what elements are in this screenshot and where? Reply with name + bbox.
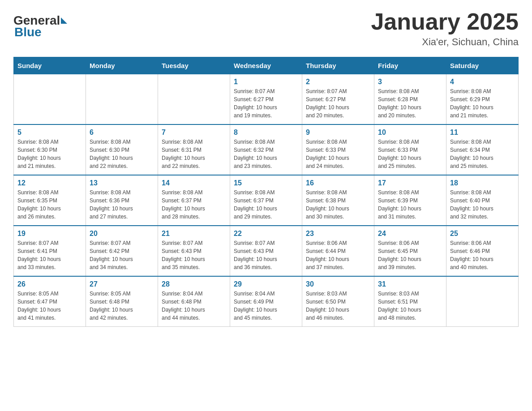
calendar-day-cell: 24Sunrise: 8:06 AM Sunset: 6:45 PM Dayli… [374,226,446,276]
calendar-day-cell: 22Sunrise: 8:07 AM Sunset: 6:43 PM Dayli… [230,226,302,276]
day-info: Sunrise: 8:08 AM Sunset: 6:35 PM Dayligh… [17,188,82,221]
day-of-week-header: Thursday [302,57,374,74]
calendar-week-row: 19Sunrise: 8:07 AM Sunset: 6:41 PM Dayli… [14,226,519,276]
calendar-week-row: 1Sunrise: 8:07 AM Sunset: 6:27 PM Daylig… [14,74,519,125]
day-number: 11 [450,128,515,137]
day-number: 15 [234,179,298,187]
day-info: Sunrise: 8:08 AM Sunset: 6:29 PM Dayligh… [450,87,515,120]
day-number: 9 [306,128,370,137]
day-number: 7 [162,128,226,137]
day-info: Sunrise: 8:06 AM Sunset: 6:46 PM Dayligh… [450,239,515,271]
day-info: Sunrise: 8:04 AM Sunset: 6:48 PM Dayligh… [162,290,226,322]
calendar-day-cell [446,276,519,327]
logo: General Blue [13,9,67,39]
calendar-day-cell: 28Sunrise: 8:04 AM Sunset: 6:48 PM Dayli… [158,276,230,327]
day-info: Sunrise: 8:07 AM Sunset: 6:27 PM Dayligh… [306,87,370,120]
calendar-day-cell: 5Sunrise: 8:08 AM Sunset: 6:30 PM Daylig… [14,124,86,175]
day-info: Sunrise: 8:06 AM Sunset: 6:45 PM Dayligh… [378,239,442,271]
day-number: 17 [378,179,442,187]
day-number: 14 [162,179,226,187]
calendar-day-cell: 23Sunrise: 8:06 AM Sunset: 6:44 PM Dayli… [302,226,374,276]
main-title: January 2025 [371,9,519,34]
day-number: 18 [450,179,515,187]
logo-arrow-icon [61,17,67,24]
day-info: Sunrise: 8:08 AM Sunset: 6:38 PM Dayligh… [306,188,370,221]
day-info: Sunrise: 8:08 AM Sunset: 6:31 PM Dayligh… [162,138,226,170]
calendar-week-row: 12Sunrise: 8:08 AM Sunset: 6:35 PM Dayli… [14,175,519,226]
calendar-day-cell: 21Sunrise: 8:07 AM Sunset: 6:43 PM Dayli… [158,226,230,276]
day-of-week-header: Monday [86,57,158,74]
calendar-day-cell: 18Sunrise: 8:08 AM Sunset: 6:40 PM Dayli… [446,175,519,226]
calendar-day-cell: 17Sunrise: 8:08 AM Sunset: 6:39 PM Dayli… [374,175,446,226]
day-number: 20 [90,230,154,238]
calendar-day-cell: 27Sunrise: 8:05 AM Sunset: 6:48 PM Dayli… [86,276,158,327]
calendar-day-cell: 1Sunrise: 8:07 AM Sunset: 6:27 PM Daylig… [230,74,302,125]
day-number: 19 [17,230,82,238]
subtitle: Xia'er, Sichuan, China [371,36,519,48]
day-number: 31 [378,280,442,288]
calendar-day-cell: 25Sunrise: 8:06 AM Sunset: 6:46 PM Dayli… [446,226,519,276]
day-info: Sunrise: 8:08 AM Sunset: 6:28 PM Dayligh… [378,87,442,120]
day-info: Sunrise: 8:03 AM Sunset: 6:50 PM Dayligh… [306,290,370,322]
calendar-day-cell: 26Sunrise: 8:05 AM Sunset: 6:47 PM Dayli… [14,276,86,327]
day-number: 24 [378,230,442,238]
calendar-table: SundayMondayTuesdayWednesdayThursdayFrid… [13,57,519,327]
day-number: 3 [378,78,442,86]
day-number: 2 [306,78,370,86]
logo-blue-text: Blue [14,25,42,39]
day-number: 6 [90,128,154,137]
day-number: 10 [378,128,442,137]
calendar-day-cell: 29Sunrise: 8:04 AM Sunset: 6:49 PM Dayli… [230,276,302,327]
calendar-day-cell [158,74,230,125]
day-info: Sunrise: 8:06 AM Sunset: 6:44 PM Dayligh… [306,239,370,271]
day-info: Sunrise: 8:08 AM Sunset: 6:30 PM Dayligh… [17,138,82,170]
calendar-day-cell: 11Sunrise: 8:08 AM Sunset: 6:34 PM Dayli… [446,124,519,175]
day-info: Sunrise: 8:08 AM Sunset: 6:30 PM Dayligh… [90,138,154,170]
day-number: 26 [17,280,82,288]
day-number: 30 [306,280,370,288]
day-info: Sunrise: 8:07 AM Sunset: 6:42 PM Dayligh… [90,239,154,271]
day-info: Sunrise: 8:07 AM Sunset: 6:43 PM Dayligh… [162,239,226,271]
day-info: Sunrise: 8:08 AM Sunset: 6:36 PM Dayligh… [90,188,154,221]
day-info: Sunrise: 8:07 AM Sunset: 6:43 PM Dayligh… [234,239,298,271]
day-of-week-header: Tuesday [158,57,230,74]
day-info: Sunrise: 8:05 AM Sunset: 6:48 PM Dayligh… [90,290,154,322]
day-info: Sunrise: 8:08 AM Sunset: 6:33 PM Dayligh… [378,138,442,170]
day-info: Sunrise: 8:04 AM Sunset: 6:49 PM Dayligh… [234,290,298,322]
calendar-day-cell: 20Sunrise: 8:07 AM Sunset: 6:42 PM Dayli… [86,226,158,276]
day-number: 16 [306,179,370,187]
calendar-day-cell: 30Sunrise: 8:03 AM Sunset: 6:50 PM Dayli… [302,276,374,327]
day-info: Sunrise: 8:05 AM Sunset: 6:47 PM Dayligh… [17,290,82,322]
day-info: Sunrise: 8:08 AM Sunset: 6:40 PM Dayligh… [450,188,515,221]
calendar-day-cell: 10Sunrise: 8:08 AM Sunset: 6:33 PM Dayli… [374,124,446,175]
calendar-day-cell: 6Sunrise: 8:08 AM Sunset: 6:30 PM Daylig… [86,124,158,175]
calendar-day-cell: 19Sunrise: 8:07 AM Sunset: 6:41 PM Dayli… [14,226,86,276]
calendar-day-cell: 9Sunrise: 8:08 AM Sunset: 6:33 PM Daylig… [302,124,374,175]
day-number: 21 [162,230,226,238]
calendar-day-cell: 16Sunrise: 8:08 AM Sunset: 6:38 PM Dayli… [302,175,374,226]
day-number: 29 [234,280,298,288]
page-header: General Blue January 2025 Xia'er, Sichua… [13,9,519,48]
calendar-day-cell: 2Sunrise: 8:07 AM Sunset: 6:27 PM Daylig… [302,74,374,125]
day-number: 22 [234,230,298,238]
calendar-day-cell: 8Sunrise: 8:08 AM Sunset: 6:32 PM Daylig… [230,124,302,175]
calendar-day-cell [86,74,158,125]
calendar-day-cell: 15Sunrise: 8:08 AM Sunset: 6:37 PM Dayli… [230,175,302,226]
calendar-day-cell: 13Sunrise: 8:08 AM Sunset: 6:36 PM Dayli… [86,175,158,226]
day-number: 27 [90,280,154,288]
day-info: Sunrise: 8:07 AM Sunset: 6:41 PM Dayligh… [17,239,82,271]
day-number: 23 [306,230,370,238]
calendar-day-cell: 31Sunrise: 8:03 AM Sunset: 6:51 PM Dayli… [374,276,446,327]
day-info: Sunrise: 8:08 AM Sunset: 6:37 PM Dayligh… [234,188,298,221]
day-info: Sunrise: 8:08 AM Sunset: 6:34 PM Dayligh… [450,138,515,170]
day-number: 13 [90,179,154,187]
day-number: 25 [450,230,515,238]
day-number: 28 [162,280,226,288]
day-number: 12 [17,179,82,187]
day-of-week-header: Sunday [14,57,86,74]
day-number: 5 [17,128,82,137]
calendar-week-row: 26Sunrise: 8:05 AM Sunset: 6:47 PM Dayli… [14,276,519,327]
calendar-day-cell: 4Sunrise: 8:08 AM Sunset: 6:29 PM Daylig… [446,74,519,125]
calendar-day-cell [14,74,86,125]
day-number: 8 [234,128,298,137]
